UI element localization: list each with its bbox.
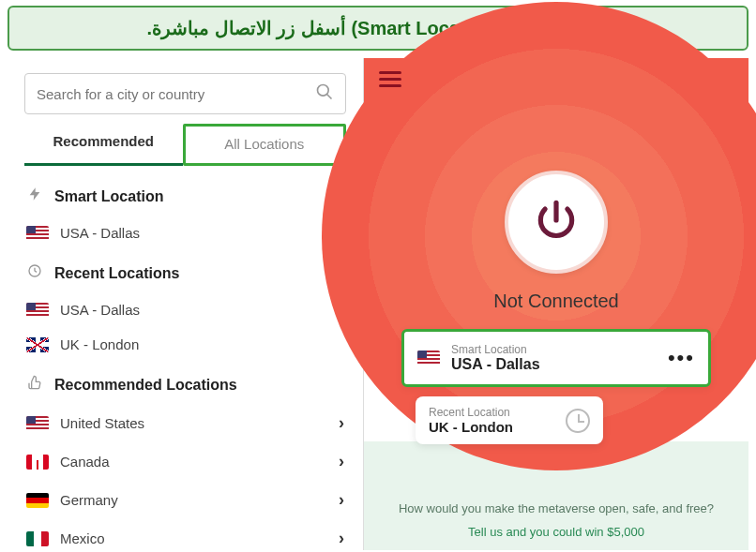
connect-button[interactable] — [505, 171, 608, 274]
recent-item-2[interactable]: UK - London — [24, 327, 346, 362]
flag-mx-icon — [26, 531, 49, 546]
locations-panel: Recommended All Locations Smart Location… — [8, 58, 364, 550]
connection-status: Not Connected — [493, 291, 618, 312]
flag-ca-icon — [26, 455, 49, 470]
clock-icon — [566, 409, 590, 433]
promo-question: How would you make the metaverse open, s… — [392, 500, 720, 517]
svg-point-0 — [318, 84, 329, 96]
reco-item-de[interactable]: Germany › — [24, 481, 346, 519]
recent-label: Recent Location — [429, 406, 513, 419]
tab-all-label: All Locations — [224, 136, 304, 152]
section-recent-title: Recent Locations — [54, 265, 179, 282]
chevron-right-icon: › — [339, 413, 344, 433]
flag-us-icon — [26, 303, 49, 318]
reco-item-us[interactable]: United States › — [24, 404, 346, 442]
thumbs-up-icon — [24, 375, 45, 395]
tab-recommended-label: Recommended — [53, 133, 154, 149]
reco-ca-label: Canada — [60, 454, 110, 470]
flag-uk-icon — [26, 337, 49, 352]
section-recent: Recent Locations — [24, 263, 346, 283]
card-label: Smart Location — [451, 343, 657, 356]
smart-location-card[interactable]: Smart Location USA - Dallas ••• — [401, 329, 711, 387]
smart-location-label: USA - Dallas — [60, 225, 140, 241]
more-icon[interactable]: ••• — [668, 346, 695, 370]
recent-item-1[interactable]: USA - Dallas — [24, 292, 346, 327]
section-recommended-title: Recommended Locations — [54, 377, 237, 394]
menu-button[interactable] — [379, 71, 401, 88]
power-icon — [533, 197, 580, 247]
flag-de-icon — [26, 493, 49, 508]
app-container: Recommended All Locations Smart Location… — [8, 58, 748, 550]
chevron-right-icon: › — [339, 529, 344, 548]
recent-value: UK - London — [429, 419, 513, 435]
search-input[interactable] — [37, 86, 315, 102]
smart-location-item[interactable]: USA - Dallas — [24, 216, 346, 250]
flag-us-icon — [417, 351, 440, 366]
card-texts: Smart Location USA - Dallas — [451, 343, 657, 373]
reco-mx-label: Mexico — [60, 530, 105, 546]
flag-us-icon — [26, 226, 49, 241]
search-box[interactable] — [24, 73, 346, 114]
card-value: USA - Dallas — [451, 356, 657, 373]
promo-cta[interactable]: Tell us and you could win $5,000 — [392, 525, 720, 539]
lightning-icon — [24, 186, 45, 206]
flag-us-icon — [26, 416, 49, 431]
status-label: Not Connected — [493, 291, 618, 311]
chevron-right-icon: › — [339, 452, 344, 471]
reco-de-label: Germany — [60, 492, 118, 508]
reco-item-mx[interactable]: Mexico › — [24, 519, 346, 550]
section-recommended: Recommended Locations — [24, 375, 346, 395]
reco-item-ca[interactable]: Canada › — [24, 442, 346, 481]
search-icon — [315, 82, 334, 106]
promo-banner: How would you make the metaverse open, s… — [364, 487, 748, 550]
tab-recommended[interactable]: Recommended — [24, 124, 183, 166]
locations-scroll[interactable]: Smart Location USA - Dallas Recent Locat… — [8, 166, 363, 550]
recent-item-2-label: UK - London — [60, 336, 139, 352]
main-panel: Not Connected Smart Location USA - Dalla… — [364, 58, 748, 550]
section-smart-location: Smart Location — [24, 186, 346, 206]
tabs: Recommended All Locations — [24, 124, 346, 166]
recent-location-card[interactable]: Recent Location UK - London — [416, 396, 603, 444]
reco-us-label: United States — [60, 415, 144, 431]
chevron-right-icon: › — [339, 490, 344, 510]
clock-icon — [24, 263, 45, 283]
recent-item-1-label: USA - Dallas — [60, 302, 140, 318]
svg-line-1 — [327, 94, 332, 98]
recent-texts: Recent Location UK - London — [429, 406, 513, 435]
section-smart-title: Smart Location — [54, 188, 163, 205]
tab-all-locations[interactable]: All Locations — [183, 124, 347, 166]
